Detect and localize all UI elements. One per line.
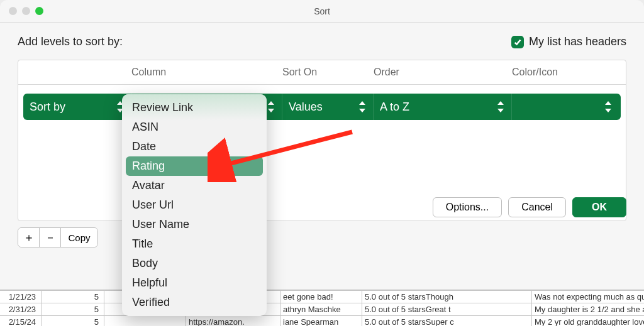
sort-level-row: Sort by Values A to Z: [23, 94, 621, 120]
dropdown-option[interactable]: ASIN: [126, 117, 263, 137]
table-row: 2/31/235https://amazon.athryn Maschke5.0…: [0, 303, 644, 316]
dropdown-option[interactable]: Date: [126, 137, 263, 156]
table-row: 1/21/235https://amazon.eet gone bad!5.0 …: [0, 291, 644, 303]
stepper-icon: [605, 101, 613, 113]
add-level-button[interactable]: ＋: [18, 228, 40, 247]
remove-level-button[interactable]: －: [40, 228, 61, 247]
window-title: Sort: [0, 6, 644, 16]
col-header-coloricon: Color/Icon: [512, 67, 619, 78]
dropdown-option[interactable]: Body: [126, 254, 263, 273]
copy-level-button[interactable]: Copy: [61, 228, 97, 247]
order-select[interactable]: A to Z: [374, 94, 512, 120]
stepper-icon: [497, 101, 505, 113]
titlebar: Sort: [0, 0, 644, 23]
col-header-column: Column: [131, 67, 282, 78]
dropdown-option[interactable]: Verified: [126, 293, 263, 312]
col-header-sort-on: Sort On: [282, 67, 374, 78]
table-row: 2/15/245https://amazon.iane Spearman5.0 …: [0, 316, 644, 327]
dropdown-option[interactable]: Helpful: [126, 273, 263, 293]
dropdown-option[interactable]: User Name: [126, 215, 263, 234]
check-icon: [511, 36, 524, 48]
column-dropdown-menu[interactable]: Review LinkASINDateRatingAvatarUser UrlU…: [122, 94, 267, 316]
headers-checkbox[interactable]: My list has headers: [511, 35, 626, 48]
dropdown-option[interactable]: Review Link: [126, 98, 263, 117]
ok-button[interactable]: OK: [572, 197, 626, 217]
dropdown-option[interactable]: Rating: [126, 156, 263, 176]
sort-on-select[interactable]: Values: [282, 94, 374, 120]
options-button[interactable]: Options...: [433, 197, 502, 217]
dropdown-option[interactable]: Avatar: [126, 176, 263, 195]
color-icon-select[interactable]: [512, 94, 619, 120]
cancel-button[interactable]: Cancel: [508, 197, 566, 217]
col-header-order: Order: [374, 67, 512, 78]
stepper-icon: [268, 101, 275, 113]
dropdown-option[interactable]: User Url: [126, 195, 263, 215]
stepper-icon: [359, 101, 367, 113]
headers-checkbox-label: My list has headers: [529, 35, 626, 48]
sort-by-label-cell: Sort by: [23, 94, 131, 120]
prompt-label: Add levels to sort by:: [18, 35, 123, 48]
background-spreadsheet: 1/21/235https://amazon.eet gone bad!5.0 …: [0, 290, 644, 326]
dropdown-option[interactable]: Title: [126, 234, 263, 254]
